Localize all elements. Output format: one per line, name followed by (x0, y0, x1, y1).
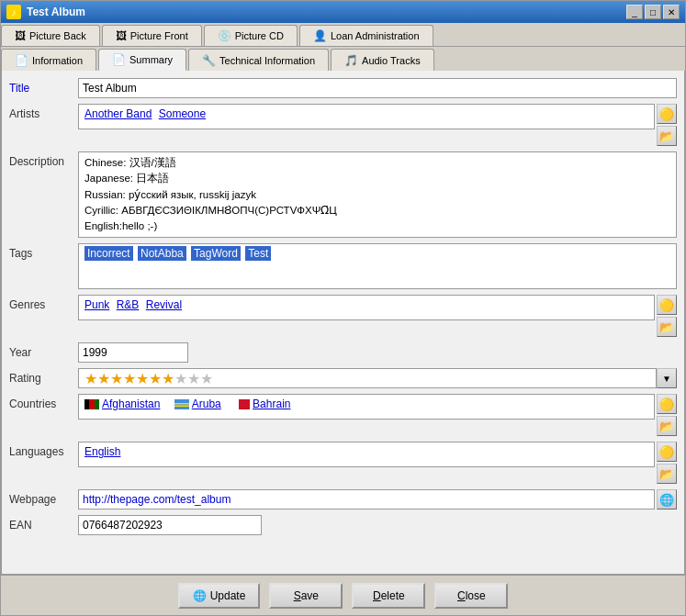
artists-field: Another Band Someone (78, 104, 655, 129)
year-input[interactable] (78, 342, 188, 363)
picture-back-tab-icon: 🖼 (15, 29, 26, 42)
flag-aruba (174, 399, 189, 409)
webpage-row: Webpage 🌐 (9, 489, 677, 510)
tab-picture-front[interactable]: 🖼 Picture Front (102, 25, 202, 46)
language-english[interactable]: English (84, 445, 120, 458)
ean-label: EAN (9, 515, 78, 532)
star-9[interactable]: ★ (187, 370, 200, 387)
save-button[interactable]: Save (269, 583, 343, 609)
update-label: Update (210, 589, 246, 602)
artists-folder-button[interactable]: 📂 (657, 126, 677, 146)
countries-btn-stack: 🟡 📂 (657, 394, 677, 436)
artist-link-someone[interactable]: Someone (159, 107, 206, 120)
tab-picture-front-label: Picture Front (130, 30, 188, 41)
tags-box[interactable]: Incorrect NotAbba TagWord Test (78, 243, 677, 289)
countries-add-button[interactable]: 🟡 (657, 394, 677, 414)
tab-audio-tracks-label: Audio Tracks (362, 55, 421, 66)
countries-folder-button[interactable]: 📂 (657, 416, 677, 436)
information-tab-icon: 📄 (15, 54, 28, 67)
tab-information-label: Information (32, 55, 83, 66)
webpage-input[interactable] (78, 489, 655, 510)
star-4[interactable]: ★ (123, 370, 136, 387)
delete-label: Delete (373, 589, 405, 602)
title-field (78, 78, 677, 98)
app-icon: ♪ (6, 5, 21, 19)
bottom-bar: 🌐 Update Save Delete Close (1, 575, 685, 615)
genres-folder-button[interactable]: 📂 (657, 317, 677, 337)
flag-afghanistan (84, 399, 99, 409)
artists-btn-stack: 🟡 📂 (657, 104, 677, 146)
svg-rect-7 (235, 399, 239, 409)
titlebar-buttons: _ □ ✕ (626, 5, 680, 19)
tag-incorrect: Incorrect (84, 246, 133, 261)
tag-notabba: NotAbba (138, 246, 186, 261)
tabs-row1: 🖼 Picture Back 🖼 Picture Front 💿 Picture… (1, 23, 685, 46)
rating-box[interactable]: ★ ★ ★ ★ ★ ★ ★ ★ ★ ★ (78, 368, 657, 388)
star-3[interactable]: ★ (110, 370, 123, 387)
star-6[interactable]: ★ (149, 370, 162, 387)
artist-link-another-band[interactable]: Another Band (84, 107, 152, 120)
minimize-button[interactable]: _ (626, 5, 643, 19)
countries-field: Afghanistan Aruba (78, 394, 655, 420)
genre-punk[interactable]: Punk (84, 298, 109, 311)
languages-field: English (78, 442, 655, 467)
title-label: Title (9, 78, 78, 95)
title-input[interactable] (78, 78, 677, 98)
genres-add-button[interactable]: 🟡 (657, 295, 677, 315)
star-7[interactable]: ★ (162, 370, 174, 387)
update-icon: 🌐 (193, 589, 207, 602)
languages-row: Languages English 🟡 📂 (9, 442, 677, 484)
titlebar: ♪ Test Album _ □ ✕ (1, 1, 685, 23)
picture-cd-tab-icon: 💿 (218, 29, 231, 42)
artists-add-button[interactable]: 🟡 (657, 104, 677, 124)
audio-tracks-tab-icon: 🎵 (344, 54, 358, 67)
star-2[interactable]: ★ (97, 370, 110, 387)
genre-revival[interactable]: Revival (146, 298, 182, 311)
star-8[interactable]: ★ (174, 370, 187, 387)
webpage-label: Webpage (9, 489, 78, 506)
tab-audio-tracks[interactable]: 🎵 Audio Tracks (331, 49, 434, 71)
country-bahrain[interactable]: Bahrain (253, 398, 290, 410)
flag-bahrain (235, 399, 250, 409)
tab-summary[interactable]: 📄 Summary (98, 49, 186, 71)
languages-add-button[interactable]: 🟡 (657, 442, 677, 462)
tag-tagword: TagWord (191, 246, 241, 261)
genres-row: Genres Punk R&B Revival 🟡 📂 (9, 295, 677, 337)
artists-row: Artists Another Band Someone 🟡 📂 (9, 104, 677, 146)
star-10[interactable]: ★ (200, 370, 213, 387)
rating-field-container: ★ ★ ★ ★ ★ ★ ★ ★ ★ ★ ▼ (78, 368, 677, 388)
description-field-container: Chinese: 汉语/漢語 Japanese: 日本語 Russian: ру… (78, 151, 677, 238)
tab-loan-administration[interactable]: 👤 Loan Administration (299, 25, 433, 46)
tab-technical-information[interactable]: 🔧 Technical Information (188, 49, 329, 71)
tab-picture-back[interactable]: 🖼 Picture Back (1, 25, 100, 46)
star-5[interactable]: ★ (136, 370, 149, 387)
rating-dropdown-button[interactable]: ▼ (657, 368, 677, 388)
webpage-field-container: 🌐 (78, 489, 677, 510)
year-field (78, 342, 677, 363)
tab-picture-cd[interactable]: 💿 Picture CD (204, 25, 298, 46)
genre-rnb[interactable]: R&B (117, 298, 140, 311)
delete-button[interactable]: Delete (352, 583, 425, 609)
webpage-go-button[interactable]: 🌐 (657, 489, 677, 510)
country-aruba[interactable]: Aruba (192, 398, 221, 410)
ean-input[interactable] (78, 515, 262, 535)
star-1[interactable]: ★ (84, 370, 97, 387)
artists-label: Artists (9, 104, 78, 120)
tab-information[interactable]: 📄 Information (1, 49, 96, 71)
ean-row: EAN (9, 515, 677, 535)
loan-admin-tab-icon: 👤 (313, 29, 327, 42)
summary-tab-icon: 📄 (112, 53, 126, 66)
close-button[interactable]: Close (434, 583, 508, 609)
svg-rect-4 (174, 403, 189, 405)
languages-btn-stack: 🟡 📂 (657, 442, 677, 484)
genres-btn-stack: 🟡 📂 (657, 295, 677, 337)
update-button[interactable]: 🌐 Update (178, 583, 261, 609)
svg-rect-0 (84, 399, 89, 409)
technical-tab-icon: 🔧 (202, 54, 216, 67)
save-label: Save (294, 589, 319, 602)
rating-label: Rating (9, 368, 78, 385)
languages-folder-button[interactable]: 📂 (657, 464, 677, 484)
maximize-button[interactable]: □ (645, 5, 661, 19)
close-window-button[interactable]: ✕ (663, 5, 680, 19)
country-afghanistan[interactable]: Afghanistan (102, 398, 160, 410)
